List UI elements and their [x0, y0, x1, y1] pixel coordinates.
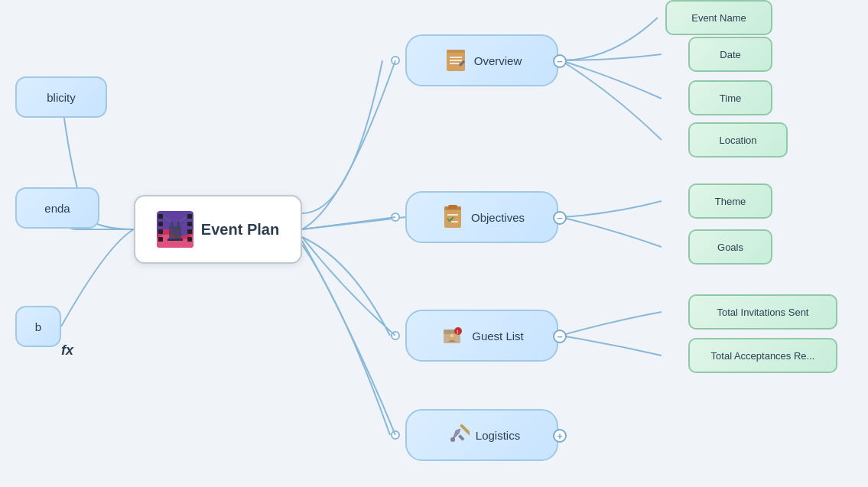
bottom-label: b — [35, 320, 41, 333]
svg-rect-31 — [448, 205, 457, 209]
logistics-icon — [444, 421, 471, 449]
svg-point-40 — [450, 437, 455, 442]
theme-label: Theme — [715, 196, 746, 207]
node-guestlist[interactable]: ! Guest List — [405, 310, 558, 362]
node-eventname[interactable]: Event Name — [665, 0, 772, 35]
objectives-collapse-btn[interactable]: − — [553, 211, 567, 225]
totalinv-label: Total Invitations Sent — [717, 307, 809, 318]
svg-rect-42 — [458, 434, 464, 440]
mindmap-container: + blicity enda b fx — [0, 0, 868, 487]
node-time[interactable]: Time — [688, 80, 772, 115]
fx-label: fx — [61, 343, 73, 359]
node-agenda[interactable]: enda — [15, 187, 99, 229]
node-date[interactable]: Date — [688, 37, 772, 72]
svg-rect-13 — [158, 237, 163, 242]
svg-rect-21 — [167, 239, 183, 241]
overview-collapse-btn[interactable]: − — [553, 54, 567, 68]
totalac-label: Total Acceptances Re... — [711, 350, 815, 362]
node-theme[interactable]: Theme — [688, 183, 772, 219]
objectives-icon — [439, 203, 467, 231]
node-logistics[interactable]: Logistics — [405, 409, 558, 461]
svg-rect-10 — [158, 214, 163, 219]
node-publicity[interactable]: blicity — [15, 76, 107, 118]
date-label: Date — [720, 49, 740, 60]
center-node-label: Event Plan — [201, 221, 279, 239]
location-label: Location — [719, 135, 756, 146]
guestlist-label: Guest List — [472, 330, 524, 343]
agenda-label: enda — [44, 202, 70, 215]
publicity-label: blicity — [47, 91, 76, 104]
overview-icon — [442, 47, 470, 74]
node-totalinv[interactable]: Total Invitations Sent — [688, 294, 837, 330]
svg-rect-17 — [187, 237, 192, 242]
svg-text:!: ! — [457, 330, 458, 335]
svg-rect-19 — [171, 222, 174, 228]
node-center-eventplan[interactable]: Event Plan — [134, 195, 302, 264]
svg-point-5 — [392, 57, 399, 64]
node-location[interactable]: Location — [688, 122, 788, 157]
node-objectives[interactable]: Objectives — [405, 191, 558, 243]
logistics-expand-btn[interactable]: + — [553, 429, 567, 443]
node-bottom[interactable]: b — [15, 306, 61, 347]
guestlist-collapse-btn[interactable]: − — [553, 330, 567, 343]
svg-rect-16 — [187, 229, 192, 234]
svg-rect-15 — [187, 222, 192, 226]
svg-rect-11 — [158, 222, 163, 226]
svg-point-8 — [392, 431, 399, 439]
svg-point-7 — [392, 332, 399, 339]
svg-rect-25 — [447, 50, 465, 53]
svg-point-6 — [392, 213, 399, 221]
event-plan-icon — [157, 211, 193, 248]
goals-label: Goals — [717, 242, 743, 253]
svg-rect-18 — [169, 226, 181, 240]
logistics-label: Logistics — [476, 429, 520, 442]
svg-rect-20 — [177, 222, 180, 228]
node-overview[interactable]: Overview — [405, 34, 558, 86]
svg-rect-12 — [158, 229, 163, 234]
guestlist-icon: ! — [440, 322, 467, 349]
time-label: Time — [720, 93, 741, 104]
objectives-label: Objectives — [471, 211, 525, 224]
svg-rect-41 — [460, 424, 470, 436]
overview-label: Overview — [474, 54, 522, 67]
svg-point-37 — [450, 334, 454, 338]
node-goals[interactable]: Goals — [688, 229, 772, 265]
node-totalac[interactable]: Total Acceptances Re... — [688, 338, 837, 373]
svg-rect-14 — [187, 214, 192, 219]
eventname-label: Event Name — [691, 12, 746, 24]
